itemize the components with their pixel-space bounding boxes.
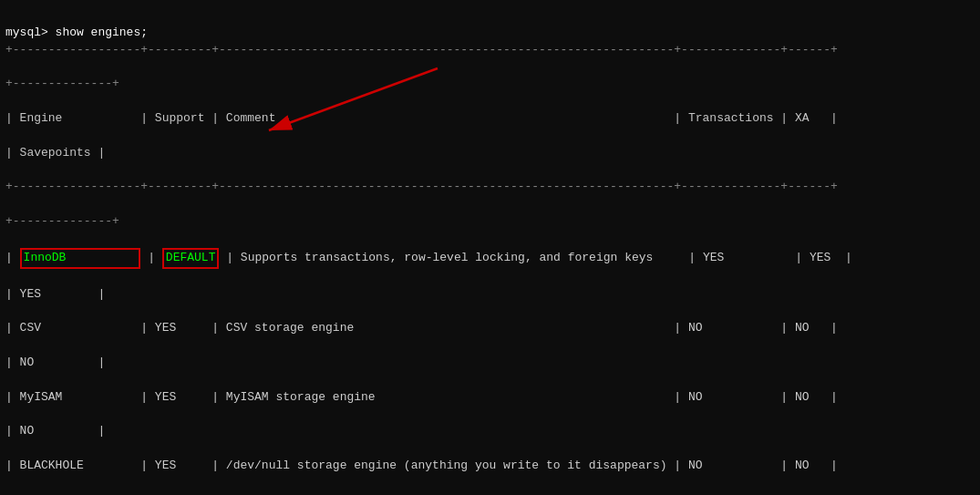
terminal-window: mysql> show engines; +------------------… — [0, 0, 980, 495]
row-innodb: | InnoDB | DEFAULT | Supports transactio… — [5, 251, 852, 264]
prompt-line: mysql> show engines; — [5, 26, 148, 39]
row-blackhole: | BLACKHOLE | YES | /dev/null storage en… — [5, 459, 838, 472]
innodb-support-cell: DEFAULT — [162, 248, 220, 269]
innodb-engine-cell: InnoDB — [20, 248, 141, 269]
row-innodb-save: | YES | — [5, 287, 105, 301]
row-myisam: | MyISAM | YES | MyISAM storage engine |… — [5, 390, 838, 404]
separator-top2: +--------------+ — [5, 77, 119, 90]
header-row2: | Savepoints | — [5, 146, 105, 160]
separator-top: +------------------+---------+----------… — [5, 43, 838, 57]
separator-mid2: +--------------+ — [5, 214, 119, 228]
header-row: | Engine | Support | Comment | Transacti… — [5, 111, 838, 125]
row-csv: | CSV | YES | CSV storage engine | NO | … — [5, 321, 838, 335]
row-myisam-save: | NO | — [5, 424, 105, 438]
row-csv-save: | NO | — [5, 356, 105, 369]
separator-mid: +------------------+---------+----------… — [5, 180, 838, 193]
